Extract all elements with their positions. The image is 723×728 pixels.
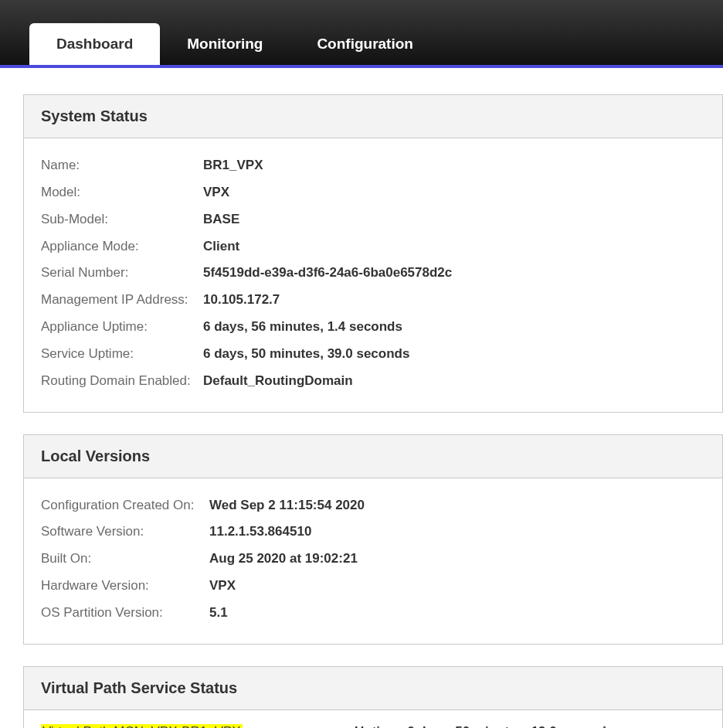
row-name: Name: BR1_VPX: [41, 152, 705, 179]
row-service-uptime: Service Uptime: 6 days, 50 minutes, 39.0…: [41, 341, 705, 368]
virtual-path-title: Virtual Path Service Status: [24, 667, 722, 710]
value-hardware-version: VPX: [209, 573, 236, 600]
local-versions-panel: Local Versions Configuration Created On:…: [23, 434, 723, 645]
value-name: BR1_VPX: [203, 152, 263, 179]
label-name: Name:: [41, 152, 203, 179]
system-status-body: Name: BR1_VPX Model: VPX Sub-Model: BASE…: [24, 138, 722, 412]
row-software-version: Software Version: 11.2.1.53.864510: [41, 519, 705, 546]
system-status-panel: System Status Name: BR1_VPX Model: VPX S…: [23, 94, 723, 413]
label-routing-domain: Routing Domain Enabled:: [41, 368, 203, 395]
label-os-partition: OS Partition Version:: [41, 600, 209, 627]
value-service-uptime: 6 days, 50 minutes, 39.0 seconds: [203, 341, 409, 368]
virtual-path-uptime: Uptime: 6 days, 50 minutes, 19.0 seconds…: [355, 724, 617, 728]
label-built-on: Built On:: [41, 546, 209, 573]
label-config-created: Configuration Created On:: [41, 492, 209, 519]
value-routing-domain: Default_RoutingDomain: [203, 368, 353, 395]
local-versions-body: Configuration Created On: Wed Sep 2 11:1…: [24, 478, 722, 644]
tab-monitoring[interactable]: Monitoring: [160, 23, 290, 65]
row-appliance-uptime: Appliance Uptime: 6 days, 56 minutes, 1.…: [41, 314, 705, 341]
label-software-version: Software Version:: [41, 519, 209, 546]
virtual-path-row: Virtual Path MCN_VPX-BR1_VPX Uptime: 6 d…: [41, 724, 705, 728]
row-config-created: Configuration Created On: Wed Sep 2 11:1…: [41, 492, 705, 519]
label-model: Model:: [41, 179, 203, 206]
value-submodel: BASE: [203, 206, 239, 233]
virtual-path-name-wrap: Virtual Path MCN_VPX-BR1_VPX: [41, 724, 355, 728]
value-built-on: Aug 25 2020 at 19:02:21: [209, 546, 358, 573]
value-os-partition: 5.1: [209, 600, 228, 627]
row-model: Model: VPX: [41, 179, 705, 206]
system-status-title: System Status: [24, 95, 722, 138]
label-service-uptime: Service Uptime:: [41, 341, 203, 368]
tab-configuration[interactable]: Configuration: [290, 23, 440, 65]
value-config-created: Wed Sep 2 11:15:54 2020: [209, 492, 365, 519]
row-hardware-version: Hardware Version: VPX: [41, 573, 705, 600]
row-mgmt-ip: Management IP Address: 10.105.172.7: [41, 287, 705, 314]
value-appliance-uptime: 6 days, 56 minutes, 1.4 seconds: [203, 314, 402, 341]
tab-dashboard[interactable]: Dashboard: [29, 23, 160, 65]
value-software-version: 11.2.1.53.864510: [209, 519, 311, 546]
label-submodel: Sub-Model:: [41, 206, 203, 233]
label-hardware-version: Hardware Version:: [41, 573, 209, 600]
label-mgmt-ip: Management IP Address:: [41, 287, 203, 314]
label-appliance-uptime: Appliance Uptime:: [41, 314, 203, 341]
label-serial: Serial Number:: [41, 260, 203, 287]
virtual-path-body: Virtual Path MCN_VPX-BR1_VPX Uptime: 6 d…: [24, 710, 722, 728]
value-mgmt-ip: 10.105.172.7: [203, 287, 280, 314]
row-built-on: Built On: Aug 25 2020 at 19:02:21: [41, 546, 705, 573]
row-routing-domain: Routing Domain Enabled: Default_RoutingD…: [41, 368, 705, 395]
row-appliance-mode: Appliance Mode: Client: [41, 233, 705, 260]
top-nav-bar: Dashboard Monitoring Configuration: [0, 0, 723, 68]
row-serial: Serial Number: 5f4519dd-e39a-d3f6-24a6-6…: [41, 260, 705, 287]
row-submodel: Sub-Model: BASE: [41, 206, 705, 233]
row-os-partition: OS Partition Version: 5.1: [41, 600, 705, 627]
virtual-path-name: Virtual Path MCN_VPX-BR1_VPX: [41, 724, 243, 728]
label-appliance-mode: Appliance Mode:: [41, 233, 203, 260]
value-model: VPX: [203, 179, 229, 206]
dashboard-content: System Status Name: BR1_VPX Model: VPX S…: [0, 68, 723, 728]
tab-list: Dashboard Monitoring Configuration: [29, 0, 440, 65]
value-appliance-mode: Client: [203, 233, 239, 260]
value-serial: 5f4519dd-e39a-d3f6-24a6-6ba0e6578d2c: [203, 260, 452, 287]
virtual-path-panel: Virtual Path Service Status Virtual Path…: [23, 666, 723, 728]
local-versions-title: Local Versions: [24, 435, 722, 478]
